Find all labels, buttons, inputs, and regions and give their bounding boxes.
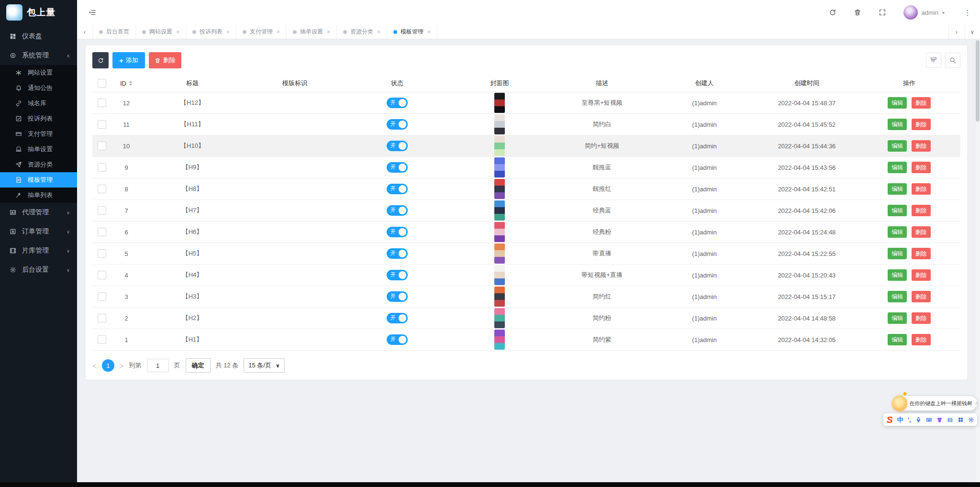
tab-抽单设置[interactable]: 抽单设置 × (287, 25, 337, 39)
refresh-table-button[interactable] (92, 52, 109, 68)
row-checkbox[interactable] (98, 314, 106, 322)
edit-button[interactable]: 编辑 (888, 269, 907, 281)
row-checkbox[interactable] (98, 271, 106, 279)
row-delete-button[interactable]: 删除 (912, 226, 931, 238)
sidebar-item-system-management[interactable]: 系统管理 ∧ (0, 46, 77, 65)
sidebar-item-draw-list[interactable]: 抽单列表 (0, 188, 77, 203)
sidebar-item-payment-management[interactable]: 支付管理 (0, 126, 77, 142)
tab-close-icon[interactable]: × (427, 29, 431, 35)
cover-thumbnail[interactable] (494, 330, 505, 350)
edit-button[interactable]: 编辑 (888, 162, 907, 173)
row-checkbox[interactable] (98, 228, 106, 236)
edit-button[interactable]: 编辑 (888, 291, 907, 302)
sidebar-item-template-management[interactable]: 模板管理 (0, 172, 77, 188)
row-checkbox[interactable] (98, 99, 106, 107)
cover-thumbnail[interactable] (494, 200, 505, 221)
row-checkbox[interactable] (98, 335, 106, 344)
row-checkbox[interactable] (98, 206, 106, 215)
tab-close-icon[interactable]: × (377, 29, 380, 35)
more-menu-icon[interactable]: ⋮ (962, 8, 973, 17)
row-delete-button[interactable]: 删除 (912, 248, 931, 259)
sidebar-item-order-management[interactable]: 订单管理 ∨ (0, 222, 77, 241)
sidebar-item-notice[interactable]: 通知公告 (0, 80, 77, 96)
cover-thumbnail[interactable] (494, 93, 505, 113)
sidebar-item-complaint-list[interactable]: 投诉列表 (0, 111, 77, 126)
edit-button[interactable]: 编辑 (888, 119, 907, 130)
status-toggle[interactable]: 开 (387, 291, 408, 302)
sidebar-item-dashboard[interactable]: 仪表盘 (0, 27, 77, 46)
columns-filter-button[interactable] (926, 53, 941, 68)
microphone-icon[interactable] (915, 417, 922, 423)
current-page-button[interactable]: 1 (102, 359, 114, 372)
sort-icon[interactable] (129, 81, 133, 86)
prev-page-icon[interactable]: < (92, 362, 97, 370)
row-delete-button[interactable]: 删除 (912, 140, 931, 152)
sidebar-item-draw-settings[interactable]: 抽单设置 (0, 142, 77, 157)
next-page-icon[interactable]: > (120, 362, 124, 370)
scrollbar-thumb[interactable] (976, 40, 980, 122)
cover-thumbnail[interactable] (494, 308, 505, 328)
settings-gear-icon[interactable] (968, 417, 974, 423)
status-toggle[interactable]: 开 (387, 162, 408, 173)
tab-close-icon[interactable]: × (176, 29, 179, 35)
cover-thumbnail[interactable] (494, 222, 505, 242)
sidebar-item-media-library[interactable]: 片库管理 ∨ (0, 241, 77, 260)
row-checkbox[interactable] (98, 249, 106, 258)
apps-grid-icon[interactable] (958, 417, 964, 423)
ime-tooltip-close-icon[interactable]: × (975, 400, 978, 407)
cover-thumbnail[interactable] (494, 244, 505, 264)
row-delete-button[interactable]: 删除 (912, 119, 931, 130)
tab-close-icon[interactable]: × (226, 29, 230, 35)
row-checkbox[interactable] (98, 185, 106, 193)
row-delete-button[interactable]: 删除 (912, 183, 931, 195)
status-toggle[interactable]: 开 (387, 227, 408, 237)
tabs-scroll-right[interactable]: › (948, 25, 964, 39)
edit-button[interactable]: 编辑 (888, 205, 907, 216)
page-size-select[interactable]: 15 条/页 ∨ (244, 358, 285, 373)
cover-thumbnail[interactable] (494, 179, 505, 199)
sogou-logo-icon[interactable]: S (887, 415, 893, 424)
row-delete-button[interactable]: 删除 (912, 162, 931, 173)
add-button[interactable]: + 添加 (112, 52, 145, 68)
keyboard-icon[interactable] (926, 417, 932, 423)
edit-button[interactable]: 编辑 (888, 226, 907, 238)
edit-button[interactable]: 编辑 (888, 248, 907, 259)
edit-button[interactable]: 编辑 (888, 140, 907, 152)
ime-lang-toggle[interactable]: 中 (897, 417, 903, 423)
cover-thumbnail[interactable] (494, 157, 505, 177)
tabs-menu-caret[interactable]: ∨ (964, 25, 980, 39)
sidebar-item-resource-category[interactable]: 资源分类 (0, 157, 77, 172)
batch-delete-button[interactable]: 删除 (149, 52, 181, 68)
cover-thumbnail[interactable] (494, 114, 505, 134)
goto-page-input[interactable] (147, 359, 169, 372)
edit-button[interactable]: 编辑 (888, 97, 907, 109)
status-toggle[interactable]: 开 (387, 98, 408, 108)
status-toggle[interactable]: 开 (387, 119, 408, 130)
row-delete-button[interactable]: 删除 (912, 269, 931, 281)
row-delete-button[interactable]: 删除 (912, 334, 931, 345)
sidebar-item-backend-settings[interactable]: 后台设置 ∨ (0, 260, 77, 279)
status-toggle[interactable]: 开 (387, 270, 408, 280)
tab-后台首页[interactable]: 后台首页 (93, 25, 136, 39)
skin-icon[interactable] (936, 417, 943, 423)
status-toggle[interactable]: 开 (387, 248, 408, 259)
toolbox-icon[interactable] (947, 417, 953, 423)
edit-button[interactable]: 编辑 (888, 183, 907, 195)
row-checkbox[interactable] (98, 120, 106, 129)
table-search-button[interactable] (945, 53, 960, 68)
row-delete-button[interactable]: 删除 (912, 312, 931, 324)
select-all-checkbox[interactable] (98, 79, 106, 88)
edit-button[interactable]: 编辑 (888, 312, 907, 324)
tab-支付管理[interactable]: 支付管理 × (236, 25, 287, 39)
row-delete-button[interactable]: 删除 (912, 97, 931, 109)
status-toggle[interactable]: 开 (387, 334, 408, 345)
clear-cache-icon[interactable] (854, 9, 861, 16)
sidebar-item-agent-management[interactable]: 代理管理 ∨ (0, 203, 77, 222)
row-checkbox[interactable] (98, 292, 106, 301)
refresh-icon[interactable] (829, 9, 836, 16)
tab-close-icon[interactable]: × (327, 29, 330, 35)
row-checkbox[interactable] (98, 163, 106, 172)
sun-icon[interactable] (892, 396, 907, 411)
status-toggle[interactable]: 开 (387, 205, 408, 216)
tab-资源分类[interactable]: 资源分类 × (337, 25, 387, 39)
